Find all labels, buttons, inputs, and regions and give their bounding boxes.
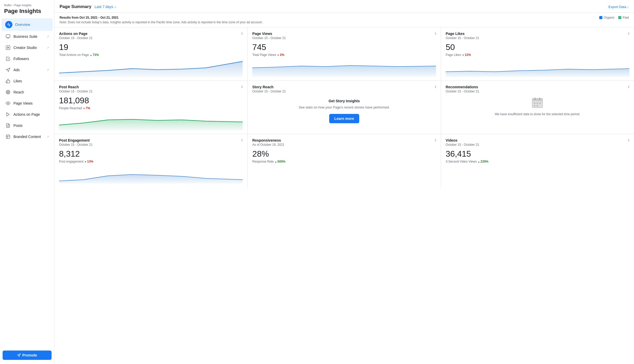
- sidebar-item-page-views[interactable]: Page Views: [2, 98, 53, 109]
- promote-button[interactable]: Promote: [3, 351, 52, 360]
- info-icon[interactable]: ℹ: [628, 32, 629, 35]
- sidebar-item-label: Followers: [13, 57, 29, 61]
- card-story-reach: Story Reach October 15 - October 21 ℹ Ge…: [248, 81, 441, 134]
- sidebar-item-label: Page Views: [13, 101, 33, 105]
- organic-legend-label: Organic: [604, 15, 615, 20]
- svg-point-4: [7, 91, 9, 93]
- sidebar-item-business-suite[interactable]: Business Suite ↗: [2, 31, 53, 42]
- card-title: Recommendations: [446, 85, 479, 89]
- info-icon[interactable]: ℹ: [241, 32, 243, 35]
- posts-icon: [5, 123, 11, 128]
- card-subtitle: Post engagement 13%: [59, 160, 243, 163]
- sidebar-nav: Overview Business Suite ↗ Creator Studio…: [0, 18, 54, 348]
- sidebar-item-creator-studio[interactable]: Creator Studio ↗: [2, 42, 53, 53]
- external-link-icon: ↗: [47, 35, 49, 38]
- main-content: Page Summary Last 7 days ⬦ Export Data ↓…: [54, 0, 634, 364]
- svg-rect-17: [534, 105, 535, 106]
- recommendations-content: We have insufficient data to show for th…: [446, 94, 629, 119]
- results-date-range: Results from Oct 15, 2021 - Oct 21, 2021: [60, 16, 118, 19]
- sidebar-item-followers[interactable]: Followers: [2, 53, 53, 64]
- trend-indicator: 600%: [275, 160, 285, 163]
- svg-marker-2: [8, 47, 9, 48]
- actions-icon: [5, 112, 11, 117]
- creator-studio-icon: [5, 45, 11, 50]
- card-date: October 15 - October 21: [446, 90, 479, 93]
- card-subtitle: 3-Second Video Views 229%: [446, 160, 629, 163]
- card-title: Actions on Page: [59, 32, 92, 36]
- card-value: 19: [59, 42, 243, 52]
- sidebar-item-ads[interactable]: Ads ↗: [2, 64, 53, 75]
- card-date: As of October 19, 2021: [252, 143, 284, 147]
- card-value: 8,312: [59, 149, 243, 159]
- sidebar-item-branded-content[interactable]: Branded Content ↗: [2, 131, 53, 142]
- card-title: Post Engagement: [59, 138, 92, 142]
- sidebar-item-label: Likes: [13, 79, 22, 83]
- trend-indicator: 13%: [84, 160, 93, 163]
- chart-legend: Organic Paid: [599, 15, 629, 20]
- info-icon[interactable]: ℹ: [435, 85, 436, 89]
- card-subtitle: Page Likes 12%: [446, 53, 629, 57]
- sidebar-item-label: Ads: [13, 68, 20, 72]
- info-icon[interactable]: ℹ: [435, 32, 436, 35]
- sidebar-item-posts[interactable]: Posts: [2, 120, 53, 131]
- card-title: Responsiveness: [252, 138, 284, 142]
- card-subtitle: Total Page Views 2%: [252, 53, 436, 57]
- page-summary-title: Page Summary: [60, 4, 91, 9]
- card-title: Post Reach: [59, 85, 92, 89]
- card-subtitle: People Reached 7%: [59, 106, 243, 110]
- chart-container: [59, 165, 243, 184]
- page-views-icon: [5, 100, 11, 106]
- business-suite-icon: [5, 34, 11, 39]
- svg-rect-9: [6, 135, 10, 139]
- svg-rect-14: [534, 103, 535, 104]
- promo-heading: Get Story Insights: [329, 99, 360, 103]
- card-responsiveness: Responsiveness As of October 19, 2021 ℹ …: [248, 134, 441, 187]
- card-post-engagement: Post Engagement October 15 - October 21 …: [54, 134, 247, 187]
- card-date: October 15 - October 21: [252, 90, 286, 93]
- sidebar-item-label: Creator Studio: [13, 46, 37, 50]
- sidebar-item-actions-on-page[interactable]: Actions on Page: [2, 109, 53, 120]
- trend-indicator: 73%: [90, 53, 99, 57]
- svg-rect-11: [532, 98, 543, 101]
- card-date: October 15 - October 21: [59, 143, 92, 147]
- insufficient-text: We have insufficient data to show for th…: [495, 112, 580, 117]
- sidebar-header: Buffer › Page Insights Page Insights: [0, 0, 54, 16]
- results-note: Note: Does not include today's data. Ins…: [60, 20, 263, 25]
- likes-icon: [5, 78, 11, 84]
- organic-legend-dot: [599, 16, 602, 19]
- card-videos: Videos October 15 - October 21 ℹ 36,415 …: [441, 134, 634, 187]
- chart-container: [446, 59, 629, 77]
- page-summary-header: Page Summary Last 7 days ⬦ Export Data ↓: [54, 0, 634, 13]
- info-icon[interactable]: ℹ: [241, 138, 243, 142]
- trend-indicator: 229%: [478, 160, 488, 163]
- learn-more-button[interactable]: Learn more: [329, 114, 359, 123]
- card-value: 181,098: [59, 96, 243, 105]
- card-date: October 15 - October 21: [59, 36, 92, 40]
- info-icon[interactable]: ℹ: [628, 85, 629, 89]
- followers-icon: [5, 56, 11, 62]
- branded-content-icon: [5, 134, 11, 140]
- cards-grid: Actions on Page October 15 - October 21 …: [54, 27, 634, 187]
- svg-rect-16: [539, 103, 541, 104]
- card-page-views: Page Views October 15 - October 21 ℹ 745…: [248, 27, 441, 81]
- card-value: 36,415: [446, 149, 629, 159]
- info-icon[interactable]: ℹ: [241, 85, 243, 89]
- promo-text: See stats on how your Page's recent stor…: [299, 105, 390, 110]
- card-subtitle: Response Rate 600%: [252, 160, 436, 163]
- card-actions-on-page: Actions on Page October 15 - October 21 …: [54, 27, 247, 81]
- sidebar-item-overview[interactable]: Overview: [2, 18, 53, 31]
- sidebar-item-label: Business Suite: [13, 34, 38, 39]
- sidebar-item-reach[interactable]: Reach: [2, 87, 53, 98]
- svg-rect-18: [537, 105, 538, 106]
- chart-container: [252, 59, 436, 77]
- info-icon[interactable]: ℹ: [435, 138, 436, 142]
- card-title: Story Reach: [252, 85, 286, 89]
- svg-rect-0: [6, 35, 10, 38]
- card-value: 50: [446, 42, 629, 52]
- info-icon[interactable]: ℹ: [628, 138, 629, 142]
- sidebar-item-likes[interactable]: Likes: [2, 76, 53, 86]
- export-button[interactable]: Export Data ↓: [608, 5, 629, 9]
- paid-legend-label: Paid: [623, 15, 629, 20]
- date-range-selector[interactable]: Last 7 days ⬦: [95, 5, 116, 9]
- card-date: October 15 - October 21: [252, 36, 286, 40]
